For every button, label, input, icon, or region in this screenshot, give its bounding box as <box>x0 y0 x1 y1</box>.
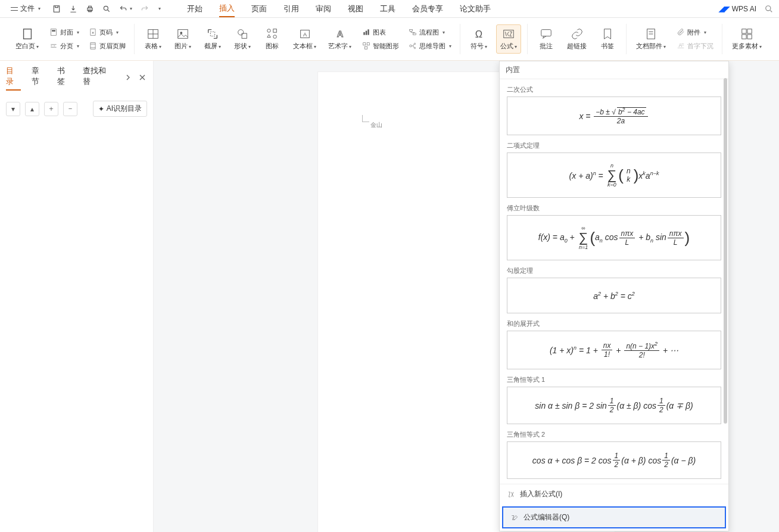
ai-toc-button[interactable]: ✦ AI识别目录 <box>93 101 147 117</box>
svg-rect-41 <box>541 30 551 36</box>
picture-button[interactable]: 图片▾ <box>170 25 195 53</box>
qat-more-icon[interactable]: ▾ <box>158 6 161 11</box>
document-canvas[interactable]: 金山 内置 二次公式 x = −b ± √b2 − 4ac2a 二项式定理 (x… <box>154 61 779 532</box>
navigation-panel: 目录 章节 书签 查找和替 ▾ ▴ ＋ － ✦ AI识别目录 <box>0 61 154 532</box>
formula-editor-label: 公式编辑器(Q) <box>524 512 569 522</box>
formula-list[interactable]: 二次公式 x = −b ± √b2 − 4ac2a 二项式定理 (x + a)n… <box>500 79 728 484</box>
print-preview-icon[interactable] <box>102 5 111 13</box>
page-break-button[interactable]: 分页▾ <box>47 41 82 52</box>
bookmark-button[interactable]: 书签 <box>595 25 620 53</box>
nav-tab-chapter[interactable]: 章节 <box>32 66 46 89</box>
svg-rect-30 <box>367 29 369 35</box>
nav-tab-toc[interactable]: 目录 <box>6 66 21 89</box>
doc-parts-button[interactable]: 文档部件▾ <box>632 25 669 53</box>
formula-item-trig2[interactable]: cos α + cos β = 2 cos12(α + β) cos12(α −… <box>507 441 721 479</box>
expand-button[interactable]: ▴ <box>25 102 39 116</box>
tab-thesis[interactable]: 论文助手 <box>460 1 491 17</box>
svg-text:Ω: Ω <box>475 29 482 39</box>
tab-tools[interactable]: 工具 <box>380 1 395 17</box>
formula-item-fourier[interactable]: f(x) = a0 + ∞∑n=1 ( an cosnπxL + bn sinn… <box>507 215 721 260</box>
formula-item-quadratic[interactable]: x = −b ± √b2 − 4ac2a <box>507 97 721 135</box>
scrollbar-thumb[interactable] <box>724 78 727 424</box>
wordart-button[interactable]: A艺术字▾ <box>325 25 355 53</box>
add-button[interactable]: ＋ <box>44 102 58 116</box>
svg-rect-23 <box>273 29 277 33</box>
table-button[interactable]: 表格▾ <box>141 25 166 53</box>
print-icon[interactable] <box>86 5 94 13</box>
shapes-button[interactable]: 形状▾ <box>230 25 255 53</box>
svg-rect-52 <box>747 35 752 39</box>
svg-rect-8 <box>52 30 55 32</box>
formula-label: 三角恒等式 2 <box>507 430 721 439</box>
hyperlink-button[interactable]: 超链接 <box>563 25 590 53</box>
ribbon: 空白页▾ 封面▾ 分页▾ #页码▾ 页眉页脚 表格▾ 图片▾ 截屏▾ 形状▾ 图… <box>0 18 779 61</box>
tab-member[interactable]: 会员专享 <box>412 1 443 17</box>
tab-review[interactable]: 审阅 <box>316 1 331 17</box>
mindmap-button[interactable]: 思维导图▾ <box>406 41 454 52</box>
save-icon[interactable] <box>52 5 61 13</box>
smart-graphic-button[interactable]: 智能图形 <box>360 41 401 52</box>
tab-insert[interactable]: 插入 <box>219 1 235 17</box>
symbol-button[interactable]: Ω符号▾ <box>466 25 491 53</box>
nav-tab-bookmark[interactable]: 书签 <box>57 66 72 89</box>
comment-button[interactable]: 批注 <box>534 25 559 53</box>
svg-rect-31 <box>363 43 366 45</box>
formula-editor-item[interactable]: 公式编辑器(Q) <box>502 506 726 528</box>
formula-button[interactable]: 公式▾ <box>496 24 521 54</box>
icons-button[interactable]: 图标 <box>260 25 285 53</box>
formula-item-binomial[interactable]: (x + a)n = n∑k=0 (nk) xkan−k <box>507 153 721 198</box>
formula-item-pythagoras[interactable]: a2 + b2 = c2 <box>507 278 721 313</box>
svg-rect-11 <box>91 43 95 49</box>
ai-logo-icon: ◢◤ <box>719 5 730 13</box>
formula-item-trig1[interactable]: sin α ± sin β = 2 sin12(α ± β) cos12(α ∓… <box>507 387 721 424</box>
collapse-button[interactable]: ▾ <box>6 102 20 116</box>
svg-rect-49 <box>742 29 746 33</box>
export-icon[interactable] <box>69 5 77 13</box>
textbox-button[interactable]: A文本框▾ <box>289 25 320 53</box>
flowchart-button[interactable]: 流程图▾ <box>406 27 454 38</box>
svg-text:#: # <box>92 32 94 35</box>
tab-home[interactable]: 开始 <box>187 1 202 17</box>
insert-new-formula-label: 插入新公式(I) <box>520 489 562 499</box>
svg-point-24 <box>273 35 277 39</box>
svg-rect-2 <box>89 6 92 8</box>
page-header-text: 金山 <box>370 121 382 129</box>
formula-label: 三角恒等式 1 <box>507 375 721 384</box>
tab-references[interactable]: 引用 <box>283 1 299 17</box>
blank-page-button[interactable]: 空白页▾ <box>12 25 42 53</box>
svg-rect-34 <box>410 29 413 31</box>
tab-view[interactable]: 视图 <box>348 1 363 17</box>
wps-ai-button[interactable]: ◢◤ WPS AI <box>719 5 756 13</box>
close-icon[interactable] <box>138 73 147 82</box>
svg-point-22 <box>267 29 271 33</box>
svg-rect-0 <box>54 5 59 12</box>
page-number-button[interactable]: #页码▾ <box>86 27 128 38</box>
file-menu[interactable]: 文件 ▾ <box>6 1 45 16</box>
undo-button[interactable]: ▾ <box>119 5 132 13</box>
attachment-button[interactable]: 附件▾ <box>674 27 716 38</box>
cover-button[interactable]: 封面▾ <box>47 27 82 38</box>
chart-button[interactable]: 图表 <box>360 27 401 38</box>
formula-item-expansion[interactable]: (1 + x)n = 1 + nx1! + n(n − 1)x22! + ⋯ <box>507 331 721 369</box>
tab-page[interactable]: 页面 <box>251 1 267 17</box>
formula-editor-icon <box>510 514 519 522</box>
insert-new-formula-item[interactable]: 插入新公式(I) <box>500 484 728 504</box>
svg-rect-19 <box>210 32 214 36</box>
svg-point-38 <box>414 47 415 48</box>
screenshot-button[interactable]: 截屏▾ <box>200 25 225 53</box>
redo-button[interactable] <box>141 5 149 13</box>
svg-point-20 <box>238 30 244 35</box>
chevron-down-icon: ▾ <box>38 6 40 11</box>
search-icon[interactable] <box>765 5 773 13</box>
nav-tab-find[interactable]: 查找和替 <box>83 66 113 89</box>
chevron-right-icon[interactable] <box>123 73 133 82</box>
remove-button[interactable]: － <box>63 102 77 116</box>
margin-corner <box>362 115 369 122</box>
svg-rect-33 <box>365 46 367 49</box>
more-resources-button[interactable]: 更多素材▾ <box>728 25 765 53</box>
svg-rect-40 <box>504 30 514 38</box>
header-footer-button[interactable]: 页眉页脚 <box>86 41 128 52</box>
svg-text:A: A <box>336 29 343 39</box>
hamburger-icon <box>11 6 18 12</box>
drop-cap-button[interactable]: A首字下沉 <box>674 41 716 52</box>
